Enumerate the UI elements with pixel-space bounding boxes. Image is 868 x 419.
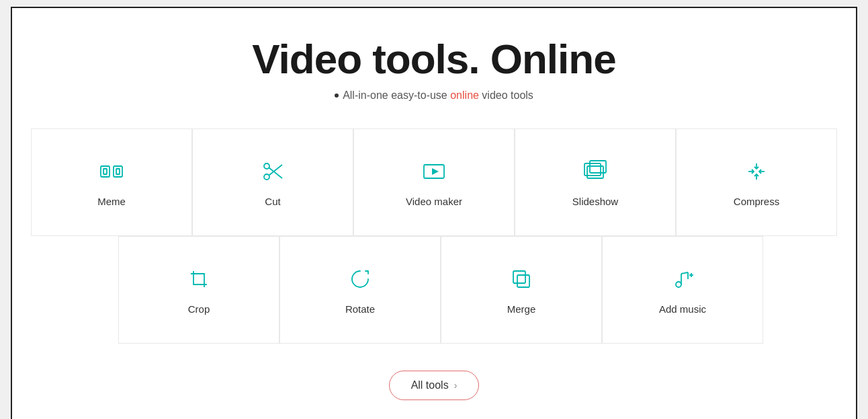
tool-card-cut[interactable]: Cut [192, 128, 353, 236]
subtitle-row: All-in-one easy-to-use online video tool… [335, 89, 533, 102]
tool-card-merge-label: Merge [507, 303, 536, 315]
tool-card-compress-label: Compress [734, 196, 779, 207]
tools-row-1: Meme Cut Video [31, 128, 837, 236]
all-tools-label: All tools [411, 379, 449, 391]
tool-card-compress[interactable]: Compress [676, 128, 837, 236]
svg-rect-1 [114, 166, 122, 177]
page-wrapper: Video tools. Online All-in-one easy-to-u… [11, 7, 857, 419]
svg-point-5 [264, 163, 269, 169]
tool-card-meme[interactable]: Meme [31, 128, 192, 236]
tool-card-video-maker-label: Video maker [406, 196, 462, 207]
tool-card-crop[interactable]: Crop [118, 236, 279, 344]
slideshow-icon [582, 158, 609, 188]
tool-card-video-maker[interactable]: Video maker [353, 128, 515, 236]
compress-icon [743, 158, 770, 188]
tools-row-2: Crop Rotate Merge [31, 236, 837, 344]
merge-icon [508, 266, 535, 295]
tool-card-cut-label: Cut [265, 196, 280, 207]
cut-icon [259, 158, 286, 188]
svg-rect-3 [116, 169, 120, 174]
tool-card-add-music-label: Add music [659, 303, 706, 315]
svg-rect-17 [513, 271, 525, 283]
video-maker-icon [421, 158, 447, 188]
tool-card-slideshow[interactable]: Slideshow [515, 128, 676, 236]
subtitle-dot [335, 93, 339, 98]
rotate-icon [347, 266, 374, 295]
svg-rect-18 [517, 275, 529, 287]
add-music-icon [669, 266, 696, 295]
tool-card-crop-label: Crop [188, 303, 210, 315]
tool-card-meme-label: Meme [97, 196, 126, 207]
svg-marker-9 [432, 168, 439, 175]
subtitle-text: All-in-one easy-to-use online video tool… [343, 89, 533, 102]
svg-rect-0 [101, 166, 110, 177]
tool-card-rotate[interactable]: Rotate [279, 236, 441, 344]
page-title: Video tools. Online [252, 35, 615, 83]
chevron-right-icon: › [454, 380, 458, 391]
svg-point-4 [264, 174, 269, 180]
tool-card-add-music[interactable]: Add music [602, 236, 763, 344]
crop-icon [185, 266, 212, 295]
svg-line-20 [681, 272, 688, 274]
all-tools-button[interactable]: All tools › [389, 371, 480, 400]
tool-card-rotate-label: Rotate [345, 303, 375, 315]
tool-card-slideshow-label: Slideshow [572, 196, 618, 207]
tool-card-merge[interactable]: Merge [441, 236, 602, 344]
svg-rect-2 [103, 169, 107, 174]
meme-icon [98, 158, 125, 188]
